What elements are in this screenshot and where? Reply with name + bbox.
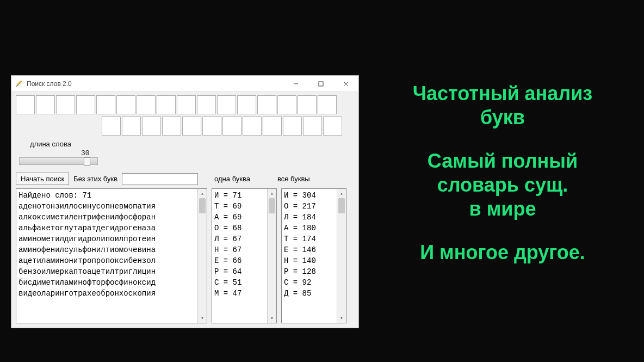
minimize-button[interactable]: [283, 76, 308, 91]
letter-cell[interactable]: [323, 116, 342, 136]
letter-cell[interactable]: [96, 95, 115, 114]
letter-cell[interactable]: [36, 95, 55, 114]
letter-cell[interactable]: [56, 95, 75, 114]
slider-thumb[interactable]: [84, 157, 90, 166]
window-title: Поиск слов 2.0: [27, 80, 283, 88]
letter-cell[interactable]: [318, 95, 337, 114]
scroll-down-icon[interactable]: ▾: [268, 314, 276, 323]
scroll-down-icon[interactable]: ▾: [337, 314, 346, 323]
freq-row[interactable]: И = 71: [214, 190, 265, 201]
letter-cell[interactable]: [76, 95, 95, 114]
letter-cell[interactable]: [197, 95, 216, 114]
freq-row[interactable]: А = 180: [284, 223, 335, 234]
without-letters-input[interactable]: [122, 173, 198, 185]
letter-cell[interactable]: [102, 116, 121, 136]
length-label: длина слова: [30, 140, 354, 148]
scrollbar[interactable]: ▴ ▾: [197, 189, 207, 323]
letter-cell[interactable]: [237, 95, 256, 114]
letter-row-1: [16, 95, 354, 114]
freq-row[interactable]: А = 69: [214, 212, 265, 223]
scrollbar[interactable]: ▴ ▾: [267, 189, 276, 323]
freq-row[interactable]: Л = 184: [284, 212, 335, 223]
freq-row[interactable]: О = 217: [284, 201, 335, 212]
scroll-down-icon[interactable]: ▾: [198, 314, 207, 323]
list-item[interactable]: видеоларинготрахеобронхоскопия: [18, 288, 195, 299]
letter-cell[interactable]: [182, 116, 201, 136]
maximize-button[interactable]: [308, 76, 333, 91]
freq-row[interactable]: С = 92: [284, 277, 335, 288]
promo-line: Самый полный: [369, 149, 636, 173]
app-feather-icon: [15, 79, 23, 88]
letter-cell[interactable]: [162, 116, 181, 136]
letter-cell[interactable]: [137, 95, 156, 114]
all-letters-header: все буквы: [277, 175, 310, 183]
freq-row[interactable]: Д = 85: [284, 288, 335, 299]
window-controls: [283, 76, 358, 91]
one-letter-header: одна буква: [214, 175, 250, 183]
controls-row: Начать поиск Без этих букв одна буква вс…: [16, 173, 354, 185]
freq-row[interactable]: О = 68: [214, 223, 265, 234]
promo-line: Частотный анализ: [369, 82, 636, 106]
close-button[interactable]: [333, 76, 358, 91]
start-search-button[interactable]: Начать поиск: [16, 173, 69, 185]
list-item[interactable]: Найдено слов: 71: [18, 190, 195, 201]
freq-row[interactable]: Н = 140: [284, 255, 335, 266]
results-row: Найдено слов: 71аденотонзиллосинусопневм…: [16, 188, 354, 323]
freq-row[interactable]: Л = 67: [214, 234, 265, 244]
list-item[interactable]: альфакетоглутаратдегидрогеназа: [18, 223, 195, 234]
freq-row[interactable]: Е = 146: [284, 244, 335, 255]
letter-cell[interactable]: [257, 95, 276, 114]
letter-cell[interactable]: [122, 116, 141, 136]
freq-row[interactable]: Р = 64: [214, 266, 265, 277]
list-item[interactable]: аминометилдигидролипоилпротеин: [18, 234, 195, 244]
letter-cell[interactable]: [217, 95, 236, 114]
scroll-thumb[interactable]: [338, 198, 345, 213]
letter-cell[interactable]: [142, 116, 161, 136]
scroll-up-icon[interactable]: ▴: [198, 189, 207, 198]
freq-row[interactable]: Т = 174: [284, 234, 335, 244]
client-area: длина слова 30 Начать поиск Без этих бук…: [11, 92, 358, 328]
app-window: Поиск слов 2.0: [11, 75, 359, 328]
list-item[interactable]: аденотонзиллосинусопневмопатия: [18, 201, 195, 212]
freq-row[interactable]: С = 51: [214, 277, 265, 288]
freq-row[interactable]: Е = 66: [214, 255, 265, 266]
letter-cell[interactable]: [202, 116, 221, 136]
letter-cell[interactable]: [116, 95, 135, 114]
scroll-thumb[interactable]: [269, 198, 275, 213]
letter-cell[interactable]: [177, 95, 196, 114]
letter-cell[interactable]: [283, 116, 302, 136]
length-slider[interactable]: [19, 157, 98, 165]
length-value: 30: [81, 149, 354, 157]
without-letters-label: Без этих букв: [72, 175, 119, 183]
freq-row[interactable]: Т = 69: [214, 201, 265, 212]
letter-cell[interactable]: [298, 95, 317, 114]
promo-line: в мире: [369, 197, 636, 221]
promo-line: И многое другое.: [369, 241, 636, 265]
scroll-up-icon[interactable]: ▴: [268, 189, 276, 198]
letter-cell[interactable]: [277, 95, 296, 114]
list-item[interactable]: бензоилмеркаптоацетилтриглицин: [18, 266, 195, 277]
found-words-list[interactable]: Найдено слов: 71аденотонзиллосинусопневм…: [16, 188, 207, 323]
promo-line: букв: [369, 106, 636, 130]
list-item[interactable]: аминофенилсульфонилтиомочевина: [18, 244, 195, 255]
svg-rect-1: [319, 82, 323, 86]
letter-cell[interactable]: [263, 116, 282, 136]
letter-cell[interactable]: [243, 116, 262, 136]
scroll-up-icon[interactable]: ▴: [337, 189, 346, 198]
all-letters-freq-list[interactable]: И = 304О = 217Л = 184А = 180Т = 174Е = 1…: [281, 188, 346, 323]
letter-cell[interactable]: [157, 95, 176, 114]
freq-row[interactable]: Р = 128: [284, 266, 335, 277]
letter-cell[interactable]: [303, 116, 322, 136]
scroll-thumb[interactable]: [199, 198, 206, 213]
list-item[interactable]: алкоксиметилентрифенилфосфоран: [18, 212, 195, 223]
letter-cell[interactable]: [222, 116, 242, 136]
letter-cell[interactable]: [16, 95, 35, 114]
freq-row[interactable]: М = 47: [214, 288, 265, 299]
titlebar: Поиск слов 2.0: [11, 76, 358, 92]
scrollbar[interactable]: ▴ ▾: [337, 189, 346, 323]
list-item[interactable]: бисдиметиламинофторфосфиноксид: [18, 277, 195, 288]
list-item[interactable]: ацетиламинонитропропоксибензол: [18, 255, 195, 266]
one-letter-freq-list[interactable]: И = 71Т = 69А = 69О = 68Л = 67Н = 67Е = …: [212, 188, 277, 323]
freq-row[interactable]: И = 304: [284, 190, 335, 201]
freq-row[interactable]: Н = 67: [214, 244, 265, 255]
